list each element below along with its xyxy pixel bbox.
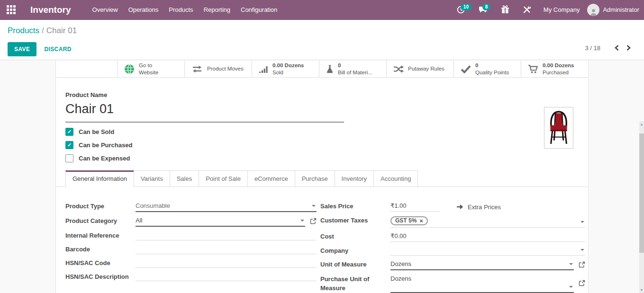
tab-sales[interactable]: Sales	[170, 170, 200, 187]
activities-button[interactable]: 10	[452, 3, 470, 17]
content-area: Go toWebsite Product Moves 0.00 DozensSo…	[0, 61, 644, 293]
can-be-expensed-row[interactable]: Can be Expensed	[65, 154, 579, 162]
flask-icon	[326, 64, 334, 74]
can-be-sold-row[interactable]: ✓ Can be Sold	[65, 128, 579, 136]
sales-price-input[interactable]: ₹1.00	[390, 201, 440, 212]
product-category-select[interactable]: All	[136, 215, 305, 227]
menu-configuration[interactable]: Configuration	[236, 3, 282, 17]
hsn-description-input[interactable]	[136, 271, 317, 282]
product-name-label: Product Name	[65, 91, 579, 98]
customer-taxes-select[interactable]: GST 5% ×	[390, 215, 585, 228]
quality-points-button[interactable]: 0Quality Points	[454, 61, 521, 77]
tab-point-of-sale[interactable]: Point of Sale	[199, 170, 248, 187]
internal-reference-input[interactable]	[136, 230, 317, 240]
button-value: 0.00 Dozens	[272, 62, 304, 68]
tab-purchase[interactable]: Purchase	[295, 170, 335, 187]
button-box: Go toWebsite Product Moves 0.00 DozensSo…	[56, 61, 588, 78]
caret-down-icon	[312, 205, 316, 207]
record-pager: 3 / 18	[585, 44, 635, 52]
putaway-rules-button[interactable]: Putaway Rules	[387, 61, 454, 77]
sold-stat-button[interactable]: 0.00 DozensSold	[252, 61, 319, 77]
scrollbar-thumb[interactable]	[639, 133, 644, 253]
company-switcher[interactable]: My Company	[544, 6, 580, 13]
breadcrumb-products[interactable]: Products	[8, 26, 39, 35]
cost-label: Cost	[320, 231, 390, 242]
purchase-uom-label: Purchase Unit of Measure	[320, 274, 390, 293]
user-menu[interactable]: Administrator	[587, 4, 639, 16]
menu-products[interactable]: Products	[163, 3, 198, 17]
company-select[interactable]	[390, 245, 585, 256]
uom-external-button[interactable]	[579, 261, 585, 268]
field-row-barcode: Barcode	[65, 244, 317, 254]
button-line: Bill of Materi...	[338, 70, 372, 75]
product-name-input[interactable]: Chair 01	[65, 102, 344, 123]
messages-button[interactable]: 8	[474, 3, 492, 17]
save-button[interactable]: SAVE	[8, 42, 36, 56]
product-image[interactable]	[544, 107, 573, 149]
button-value: 0.00 Dozens	[543, 62, 574, 68]
barcode-label: Barcode	[65, 244, 136, 254]
product-category-external-button[interactable]	[310, 218, 317, 224]
top-navbar: Inventory Overview Operations Products R…	[0, 0, 644, 20]
menu-reporting[interactable]: Reporting	[199, 3, 236, 17]
button-box-spacer	[56, 61, 118, 77]
discard-button[interactable]: DISCARD	[44, 46, 71, 53]
form-sheet: Go toWebsite Product Moves 0.00 DozensSo…	[55, 61, 589, 293]
menu-operations[interactable]: Operations	[123, 3, 164, 17]
scroll-up-arrow[interactable]: ▲	[639, 123, 644, 126]
tab-accounting[interactable]: Accounting	[373, 170, 418, 187]
field-row-customer-taxes: Customer Taxes GST 5% ×	[320, 215, 585, 228]
button-value: 0	[338, 62, 341, 68]
vertical-scrollbar[interactable]: ▲ ▼	[639, 121, 644, 293]
caret-down-icon	[581, 249, 584, 251]
chevron-right-icon	[626, 44, 631, 51]
can-be-expensed-checkbox[interactable]	[65, 154, 73, 162]
extra-prices-button[interactable]: Extra Prices	[456, 201, 501, 212]
main-menu: Overview Operations Products Reporting C…	[87, 3, 283, 17]
cost-input[interactable]: ₹0.00	[390, 231, 585, 242]
tab-ecommerce[interactable]: eCommerce	[247, 170, 295, 187]
apps-menu-icon[interactable]	[7, 5, 16, 14]
purchase-uom-value: Dozens	[390, 275, 411, 282]
hsn-code-input[interactable]	[136, 257, 317, 268]
can-be-purchased-label: Can be Purchased	[79, 142, 132, 149]
hsn-description-label: HSN/SAC Description	[65, 271, 136, 282]
purchase-uom-external-button[interactable]	[579, 280, 585, 286]
user-name: Administrator	[603, 6, 639, 13]
purchase-uom-select[interactable]: Dozens	[390, 274, 574, 293]
globe-icon	[124, 64, 135, 74]
tax-tag: GST 5% ×	[390, 216, 428, 225]
tab-general-information[interactable]: General Information	[65, 170, 134, 187]
tab-variants[interactable]: Variants	[134, 170, 170, 187]
barcode-input[interactable]	[136, 244, 317, 254]
general-information-form: Product Type Consumable Product Category…	[56, 187, 588, 293]
can-be-sold-checkbox[interactable]: ✓	[65, 128, 73, 136]
bar-chart-icon	[259, 65, 268, 73]
bill-of-materials-button[interactable]: 0Bill of Materi...	[319, 61, 387, 77]
field-row-company: Company	[320, 245, 585, 256]
product-moves-button[interactable]: Product Moves	[185, 61, 252, 77]
purchased-stat-button[interactable]: 0.00 DozensPurchased	[521, 61, 588, 77]
product-type-select[interactable]: Consumable	[136, 201, 317, 212]
tax-tag-remove-icon[interactable]: ×	[419, 218, 423, 224]
messages-badge: 8	[482, 4, 491, 10]
menu-overview[interactable]: Overview	[87, 3, 123, 17]
scroll-down-arrow[interactable]: ▼	[639, 288, 644, 292]
form-column-left: Product Type Consumable Product Category…	[65, 201, 317, 293]
tools-icon	[522, 5, 531, 14]
can-be-purchased-row[interactable]: ✓ Can be Purchased	[65, 141, 579, 149]
app-title[interactable]: Inventory	[30, 5, 71, 15]
internal-reference-label: Internal Reference	[65, 230, 136, 240]
go-to-website-button[interactable]: Go toWebsite	[118, 61, 185, 77]
pager-previous-button[interactable]	[611, 44, 623, 52]
uom-select[interactable]: Dozens	[390, 259, 574, 270]
form-actions: SAVE DISCARD	[8, 42, 72, 56]
gift-button[interactable]	[497, 3, 514, 17]
breadcrumb-separator: /	[42, 26, 44, 35]
can-be-purchased-checkbox[interactable]: ✓	[65, 141, 73, 149]
pager-next-button[interactable]	[623, 44, 635, 52]
developer-tools-button[interactable]	[518, 3, 535, 17]
tab-inventory[interactable]: Inventory	[335, 170, 374, 187]
sales-price-label: Sales Price	[320, 201, 390, 212]
button-value: 0	[475, 62, 478, 68]
